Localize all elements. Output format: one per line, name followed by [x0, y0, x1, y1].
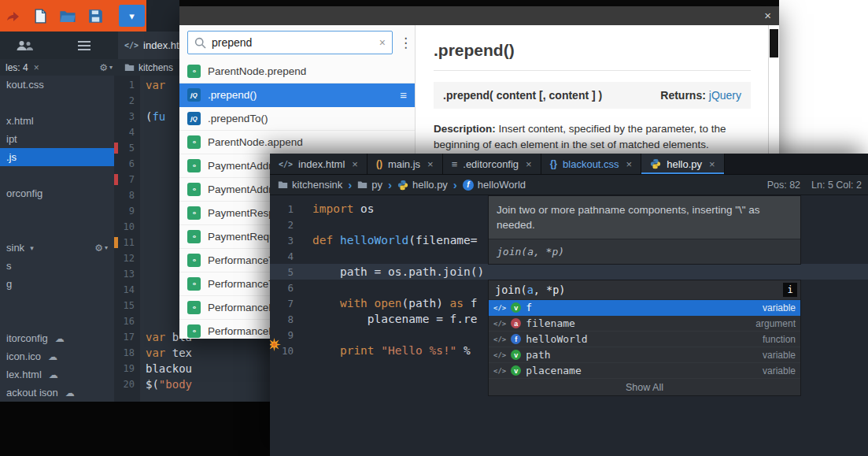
sidebar-spacer [0, 311, 114, 329]
docs-result-item[interactable]: jQ.prependTo() [179, 107, 415, 131]
breadcrumb-label: helloWorld [478, 179, 526, 191]
folder-icon [278, 180, 288, 189]
share-icon[interactable] [2, 6, 23, 26]
sidebar-item[interactable]: orconfig [0, 184, 114, 202]
docs-result-item[interactable]: jQ.prepend()≡ [179, 83, 415, 107]
scrollbar-thumb[interactable] [770, 29, 778, 57]
line-number: 3 [114, 111, 135, 122]
close-icon[interactable]: × [352, 158, 358, 170]
search-input[interactable] [212, 36, 374, 49]
tab-hello-py[interactable]: hello.py× [641, 154, 724, 174]
new-file-icon[interactable] [30, 6, 50, 26]
autocomplete-item[interactable]: </>vpathvariable [489, 347, 800, 363]
sidebar-item[interactable]: x.html [0, 112, 114, 130]
info-button[interactable]: i [783, 283, 797, 297]
status-line-col: Ln: 5 Col: 2 [811, 180, 862, 191]
autocomplete-item[interactable]: </>vfvariable [489, 300, 800, 316]
code-action-icon[interactable] [270, 338, 282, 352]
web-icon: ‹› [187, 301, 201, 314]
jquery-icon: jQ [187, 88, 201, 102]
working-files-settings[interactable]: ⚙▾ [99, 62, 113, 73]
header-arg: a [527, 284, 534, 296]
close-icon[interactable]: × [764, 9, 771, 22]
docs-result-item[interactable]: ‹›ParentNode.append [179, 131, 415, 154]
code-text: placename = f.re [312, 313, 478, 325]
breadcrumb-item[interactable]: hello.py [397, 179, 448, 191]
save-icon[interactable] [85, 6, 105, 26]
docstring-tooltip: Join two or more pathname components, in… [488, 195, 801, 265]
close-icon[interactable]: × [526, 158, 532, 170]
file-label: orconfig [6, 187, 42, 199]
kebab-menu-icon[interactable]: ⋮ [399, 35, 410, 51]
code-text: path = os.path.join() [312, 265, 484, 278]
project-settings[interactable]: ⚙▾ [94, 243, 108, 254]
close-icon[interactable]: × [34, 62, 39, 73]
open-folder-icon[interactable] [57, 6, 78, 26]
line-number: 13 [114, 269, 135, 280]
show-all-button[interactable]: Show All [489, 379, 800, 395]
code-token: (filename= [408, 234, 477, 247]
sidebar-item[interactable]: .js [0, 148, 114, 166]
code-token: blackou [146, 362, 192, 375]
braces-icon: {} [550, 158, 557, 169]
python-icon [397, 180, 408, 191]
list-icon[interactable] [78, 41, 90, 50]
tab-blackout-css[interactable]: {}blackout.css× [541, 154, 641, 174]
clear-icon[interactable]: × [379, 36, 386, 49]
sidebar-item[interactable]: sink▾⚙▾ [0, 239, 114, 257]
file-label: kout.css [6, 79, 44, 91]
autocomplete-item[interactable]: </>afilenameargument [489, 316, 800, 332]
code-token: as [450, 297, 464, 310]
sidebar-item[interactable]: ackout ison☁ [0, 384, 114, 402]
code-text: with open(path) as f [312, 297, 478, 310]
sidebar-item[interactable]: ipt [0, 130, 114, 148]
file-label: lex.html [6, 369, 42, 380]
docs-result-item[interactable]: ‹›ParentNode.prepend [179, 60, 415, 83]
sidebar-item[interactable]: s [0, 257, 114, 275]
tab-index-html[interactable]: </>index.html× [270, 154, 368, 174]
cloud-icon: ☁ [55, 333, 65, 344]
jquery-icon: jQ [187, 112, 201, 125]
toolbar-dropdown-button[interactable]: ▾ [119, 5, 145, 27]
kind-variable-icon: v [511, 365, 521, 376]
sidebar-item[interactable]: kout.css [0, 76, 114, 94]
close-icon[interactable]: × [709, 158, 715, 170]
breadcrumb-label: kitchens [139, 62, 173, 73]
breadcrumb-label: py [371, 179, 382, 191]
kind-variable-icon: v [511, 350, 521, 360]
autocomplete-item[interactable]: </>fhelloWorldfunction [489, 332, 800, 347]
sidebar-item[interactable]: g [0, 275, 114, 293]
code-token: "Hello %s!" [381, 344, 456, 357]
breadcrumb-item[interactable]: py [357, 179, 382, 191]
users-icon[interactable] [16, 40, 34, 51]
code-text: var tex [146, 347, 192, 359]
tooltip-signature: join(a, *p) [489, 239, 800, 264]
front-editor-window: </>index.html×()main.js×≡.editorconfig×{… [270, 154, 868, 456]
jquery-link[interactable]: jQuery [709, 89, 741, 102]
close-icon[interactable]: × [427, 158, 434, 170]
line-number: 14 [114, 284, 135, 295]
caret-down-icon: ▾ [105, 244, 108, 251]
tab-label: index.html [298, 158, 345, 170]
header-pre: join( [495, 284, 527, 296]
breadcrumb-item[interactable]: kitchensink [278, 179, 342, 191]
result-label: ParentNode.append [208, 136, 303, 148]
line-number: 18 [114, 347, 135, 358]
tab-main-js[interactable]: ()main.js× [368, 154, 443, 174]
autocomplete-item[interactable]: </>vplacenamevariable [489, 363, 800, 379]
tab--editorconfig[interactable]: ≡.editorconfig× [443, 154, 541, 174]
code-token: placename = f.re [312, 313, 478, 325]
search-box[interactable]: × [187, 31, 393, 54]
docs-titlebar[interactable]: × [179, 6, 779, 25]
line-number: 15 [114, 300, 135, 311]
close-icon[interactable]: × [626, 158, 633, 170]
project-breadcrumb[interactable]: kitchens [118, 59, 179, 76]
code-text: var [146, 79, 165, 91]
sidebar-item[interactable]: itorconfig☁ [0, 329, 114, 347]
editor-tab[interactable]: </> index.ht [118, 32, 179, 59]
file-label: x.html [6, 115, 34, 127]
line-number: 8 [270, 313, 294, 325]
sidebar-item[interactable]: lex.html☁ [0, 365, 114, 384]
breadcrumb-item[interactable]: fhelloWorld [463, 179, 526, 191]
sidebar-item[interactable]: icon.ico☁ [0, 347, 114, 365]
